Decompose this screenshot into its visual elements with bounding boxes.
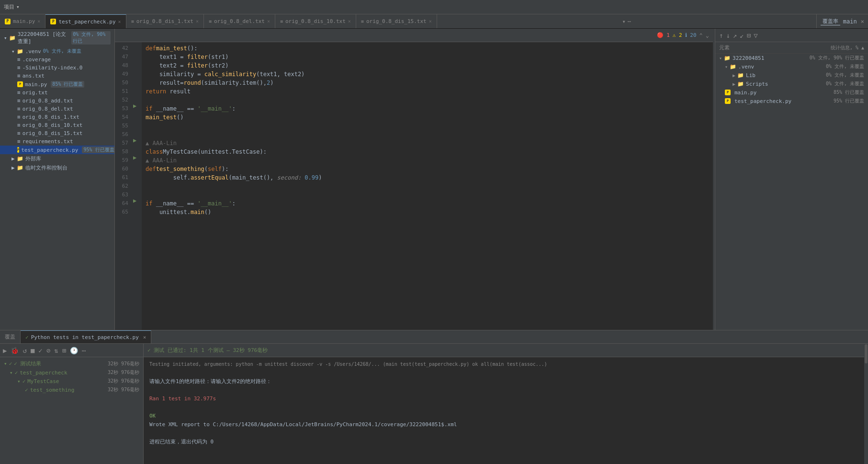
tab-orig-dis10-close[interactable]: × <box>348 19 351 24</box>
sidebar-temp-files[interactable]: ▶ 📁 临时文件和控制台 <box>0 163 114 172</box>
bottom-tab-tests[interactable]: ✓ Python tests in test_papercheck.py × <box>21 330 151 343</box>
ans-icon: ≡ <box>17 73 21 79</box>
warn-badge[interactable]: ⚠ 2 <box>673 32 682 38</box>
code-line-62: if __name__ == '__main__': <box>146 199 709 208</box>
run-btn[interactable]: ▶ <box>2 346 8 355</box>
sidebar-orig-del[interactable]: ≡ orig_0.8_del.txt <box>0 105 114 113</box>
test-item-papercheck[interactable]: ▾ ✓ test_papercheck 32秒 976毫秒 <box>0 368 143 377</box>
tab-main-py-close[interactable]: × <box>37 19 40 24</box>
toolbar-menu-btn[interactable]: ▽ <box>754 32 757 39</box>
tab-orig-dis15-close[interactable]: × <box>429 19 432 24</box>
code-line-56 <box>146 130 709 139</box>
test-tab-label: Python tests in test_papercheck.py <box>31 334 139 340</box>
sidebar-venv[interactable]: ▾ 📁 .venv 0% 文件, 未覆盖 <box>0 47 114 56</box>
tab-main-py[interactable]: P main.py × <box>0 14 45 28</box>
tabs-overflow[interactable]: ▾ ⋯ <box>619 14 635 28</box>
sidebar-external-libs[interactable]: ▶ 📁 外部库 <box>0 154 114 163</box>
test-item-mytestcase[interactable]: ▾ ✓ MyTestCase 32秒 976毫秒 <box>0 377 143 385</box>
right-panel-close[interactable]: × <box>861 18 864 25</box>
debug-btn[interactable]: 🐞 <box>10 346 20 355</box>
tab-orig-del-close[interactable]: × <box>267 19 270 24</box>
toolbar-import-btn[interactable]: ↙ <box>740 32 744 39</box>
coverage-panel: ▾ 📁 3222004851 0% 文件, 90% 行已覆盖 ▾ 📁 .venv… <box>715 54 868 330</box>
test-results-time: 32秒 976毫秒 <box>108 361 139 367</box>
coverage-tab[interactable]: 覆盖率 <box>821 18 840 25</box>
main-py-badge: 85% 行已覆盖 <box>51 81 84 88</box>
info-badge[interactable]: ℹ 20 <box>685 32 697 38</box>
sidebar-orig-dis15[interactable]: ≡ orig_0.8_dis_15.txt <box>0 129 114 137</box>
console-line-xml: Wrote XML report to C:/Users/14268/AppDa… <box>149 420 858 429</box>
tab-orig-dis1-close[interactable]: × <box>196 19 199 24</box>
tab-orig-dis1[interactable]: ≡ orig_0.8_dis_1.txt × <box>126 14 204 28</box>
sidebar-orig-dis10[interactable]: ≡ orig_0.8_dis_10.txt <box>0 121 114 129</box>
sidebar-test-papercheck[interactable]: P test_papercheck.py 95% 行已覆盖 <box>0 146 114 154</box>
sidebar-orig-txt[interactable]: ≡ orig.txt <box>0 89 114 97</box>
expand-icon[interactable]: ⌃ <box>699 32 703 39</box>
row-label-lib: Lib <box>746 72 755 79</box>
editor-body: 42 47 48 49 50 51 52 53 54 55 56 57 58 5… <box>115 42 713 330</box>
tab-orig-del[interactable]: ≡ orig_0.8_del.txt × <box>204 14 275 28</box>
coverage-label: .coverage <box>23 57 51 63</box>
test-tab-close[interactable]: × <box>143 334 147 340</box>
test-results-label: ✓ 测试结果 <box>14 360 41 367</box>
expand-tree-btn[interactable]: ⊞ <box>61 346 67 355</box>
sort-btn[interactable]: ⇅ <box>53 346 59 355</box>
tab-test-papercheck-py[interactable]: P test_papercheck.py × <box>45 14 126 28</box>
bottom-left-panel: ▶ 🐞 ↺ ■ ✓ ⊘ ⇅ ⊞ 🕐 ⋯ ▾ ✓ ✓ 测试结果 32秒 976毫秒 <box>0 344 144 464</box>
coverage-row-3222004851[interactable]: ▾ 📁 3222004851 0% 文件, 90% 行已覆盖 <box>715 54 868 62</box>
bottom-tabs: 覆盖 ✓ Python tests in test_papercheck.py … <box>0 330 868 344</box>
sidebar-coverage[interactable]: ≡ .coverage <box>0 56 114 64</box>
coverage-row-main-py[interactable]: P main.py 85% 行已覆盖 <box>715 88 868 97</box>
sidebar-similarity-index[interactable]: ≡ -Similarity-index.0 <box>0 64 114 72</box>
tab-orig-dis15[interactable]: ≡ orig_0.8_dis_15.txt × <box>356 14 437 28</box>
sidebar-orig-add[interactable]: ≡ orig_0.8_add.txt <box>0 97 114 105</box>
coverage-row-venv[interactable]: ▾ 📁 .venv 0% 文件, 未覆盖 <box>715 62 868 71</box>
code-content[interactable]: def main_test(): text1 = filter(str1) te… <box>142 42 713 330</box>
scrollbar-thumb[interactable] <box>865 344 868 363</box>
right-scrollbar[interactable] <box>864 344 868 464</box>
dropdown-icon[interactable]: ▾ <box>16 4 20 10</box>
sidebar-ans-txt[interactable]: ≡ ans.txt <box>0 72 114 80</box>
title-bar: 项目 ▾ <box>0 0 868 14</box>
tab-test-papercheck-close[interactable]: × <box>118 19 121 24</box>
code-line-def: def test_something(self): <box>146 165 709 173</box>
console-output[interactable]: Testing initiated, arguments: python -m … <box>144 357 864 464</box>
collapse-icon[interactable]: ⌄ <box>706 32 709 39</box>
orig-dis1-label: orig_0.8_dis_1.txt <box>23 114 79 120</box>
coverage-row-lib[interactable]: ▶ 📁 Lib 0% 文件, 未覆盖 <box>715 71 868 79</box>
panel-toolbar: ↑ ↓ ↗ ↙ ⊟ ▽ <box>715 29 868 42</box>
bottom-tab-coverage[interactable]: 覆盖 <box>0 330 21 343</box>
coverage-row-test-py[interactable]: P test_papercheck.py 95% 行已覆盖 <box>715 97 868 105</box>
console-line-blank1 <box>149 369 858 377</box>
folder-icon-3222004851: 📁 <box>724 55 731 61</box>
sidebar-requirements[interactable]: ≡ requirements.txt <box>0 137 114 146</box>
check-btn[interactable]: ✓ <box>37 346 43 355</box>
console-line-ok: OK <box>149 412 858 420</box>
coverage-main-tab[interactable]: main <box>843 18 857 25</box>
rerun-btn[interactable]: ↺ <box>22 346 27 355</box>
venv-folder-icon: 📁 <box>17 48 23 55</box>
sidebar-orig-dis1[interactable]: ≡ orig_0.8_dis_1.txt <box>0 113 114 121</box>
main-content: ▾ 📁 3222004851 [论文查重] 0% 文件, 90% 行已 ▾ 📁 … <box>0 29 868 330</box>
coverage-row-scripts[interactable]: ▶ 📁 Scripts 0% 文件, 未覆盖 <box>715 79 868 88</box>
cancel-btn[interactable]: ⊘ <box>45 346 51 355</box>
console-line-blank3 <box>149 403 858 412</box>
toolbar-up-btn[interactable]: ↑ <box>719 32 723 39</box>
tab-orig-dis10[interactable]: ≡ orig_0.8_dis_10.txt × <box>275 14 356 28</box>
tabs-more-menu[interactable]: ⋯ <box>628 18 631 25</box>
test-item-something[interactable]: ✓ test_something 32秒 976毫秒 <box>0 385 143 394</box>
stop-btn[interactable]: ■ <box>30 346 35 355</box>
console-line-1: Testing initiated, arguments: python -m … <box>149 360 858 369</box>
row-expand-scripts: ▶ <box>733 81 735 87</box>
history-btn[interactable]: 🕐 <box>69 346 79 355</box>
toolbar-down-btn[interactable]: ↓ <box>726 32 730 39</box>
toolbar-export-btn[interactable]: ↗ <box>733 32 737 39</box>
test-item-results[interactable]: ▾ ✓ ✓ 测试结果 32秒 976毫秒 <box>0 359 143 368</box>
title-bar-left: 项目 ▾ <box>4 3 20 11</box>
error-badge[interactable]: 🔴 1 <box>657 32 670 38</box>
toolbar-filter-btn[interactable]: ⊟ <box>747 32 751 39</box>
sidebar-main-py[interactable]: P main.py 85% 行已覆盖 <box>0 80 114 89</box>
sidebar-project-header[interactable]: ▾ 📁 3222004851 [论文查重] 0% 文件, 90% 行已 <box>0 29 114 47</box>
more-btn[interactable]: ⋯ <box>81 346 87 355</box>
tabs-overflow-arrow[interactable]: ▾ <box>622 18 626 25</box>
